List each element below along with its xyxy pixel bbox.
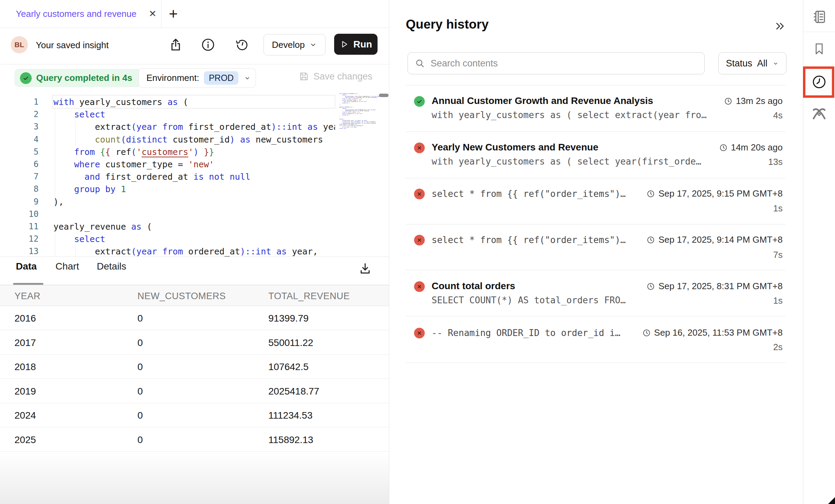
main-panel-divider <box>389 0 389 504</box>
table-row: 20170550011.22 <box>0 330 389 355</box>
table-cell: 0 <box>137 410 143 421</box>
sidebar-catalog-button[interactable] <box>808 6 830 28</box>
table-cell: 2019 <box>14 386 36 397</box>
sidebar-lineage-button[interactable] <box>808 103 830 125</box>
search-input[interactable] <box>431 58 672 69</box>
status-filter-label: Status <box>726 58 752 69</box>
table-cell: 2017 <box>14 337 36 348</box>
insight-title: Your saved insight <box>36 40 109 51</box>
history-entry-title: select * from {{ ref("order_items")… <box>432 189 626 199</box>
code-line: select <box>53 233 335 245</box>
chevron-down-icon <box>772 60 779 67</box>
table-cell: 0 <box>137 386 143 397</box>
download-results-button[interactable] <box>357 260 373 277</box>
line-number: 3 <box>10 120 39 133</box>
line-number: 6 <box>10 158 39 171</box>
app-window: Yearly customers and revenue ✕ + BL Your… <box>0 0 835 504</box>
collapse-panel-button[interactable] <box>772 18 788 34</box>
code-line: select <box>53 108 335 121</box>
info-icon <box>200 37 216 52</box>
history-entry-duration: 1s <box>773 295 783 306</box>
tab-title: Yearly customers and revenue <box>16 9 136 19</box>
environment-value-badge: PROD <box>204 71 238 85</box>
query-history-title: Query history <box>406 17 489 32</box>
search-icon <box>415 58 425 69</box>
clock-icon <box>724 97 733 106</box>
download-icon <box>358 261 372 276</box>
history-entry[interactable] <box>406 178 785 224</box>
sidebar-bookmarks-button[interactable] <box>808 38 830 60</box>
table-cell: 2025 <box>14 434 36 445</box>
toolbar-divider <box>0 64 389 64</box>
status-filter-value: All <box>757 58 767 69</box>
status-filter-dropdown[interactable]: Status All <box>718 52 786 74</box>
history-entry-time: Sep 16, 2025, 11:53 PM GMT+8 <box>654 327 783 338</box>
table-cell: 2024 <box>14 410 36 421</box>
table-header: YEARNEW_CUSTOMERSTOTAL_REVENUE <box>0 285 389 306</box>
history-entry[interactable] <box>406 316 785 362</box>
tabbar-divider <box>0 28 389 28</box>
tab-close-icon[interactable]: ✕ <box>144 0 161 28</box>
run-label: Run <box>353 39 372 50</box>
run-button[interactable]: Run <box>334 34 378 55</box>
clock-icon <box>646 235 655 244</box>
table-cell: 111234.53 <box>268 410 312 421</box>
editor-scrollbar-thumb[interactable] <box>379 94 389 97</box>
info-button[interactable] <box>200 36 216 53</box>
tab-yearly-customers[interactable]: Yearly customers and revenue <box>0 0 162 28</box>
version-history-button[interactable] <box>234 36 250 53</box>
status-error-icon <box>414 328 425 338</box>
table-cell: 115892.13 <box>268 434 313 445</box>
environment-selector[interactable]: Environment: PROD <box>138 68 256 88</box>
share-button[interactable] <box>167 36 184 53</box>
clock-icon <box>719 143 728 152</box>
query-status-text: Query completed in 4s <box>36 73 132 83</box>
resize-corner <box>828 497 835 504</box>
chevron-down-icon <box>309 41 317 49</box>
develop-button[interactable]: Develop <box>264 34 326 55</box>
column-header: NEW_CUSTOMERS <box>137 291 226 302</box>
code-line: and first_ordered_at is not null <box>53 170 335 183</box>
history-entry[interactable] <box>406 270 785 316</box>
history-entry-title: Yearly New Customers and Revenue <box>432 142 598 153</box>
editor-minimap[interactable]: with yearly_customers as ( select extrac… <box>339 93 389 129</box>
tab-data[interactable]: Data <box>16 261 37 272</box>
line-number: 4 <box>10 133 39 146</box>
history-entry-duration: 4s <box>773 110 783 121</box>
history-entry-duration: 1s <box>773 203 783 214</box>
sidebar-query-history-button[interactable] <box>808 71 830 93</box>
table-row: 2016091399.79 <box>0 306 389 330</box>
table-cell: 0 <box>137 313 143 324</box>
tab-chart[interactable]: Chart <box>55 261 79 272</box>
line-number: 13 <box>10 245 39 256</box>
status-error-icon <box>414 143 425 153</box>
table-row: 201902025418.77 <box>0 379 389 403</box>
table-cell: 107642.5 <box>268 361 309 372</box>
history-entry-timestamp: Sep 17, 2025, 9:14 PM GMT+8 <box>646 234 783 245</box>
save-changes-label: Save changes <box>313 71 372 82</box>
table-cell: 2025418.77 <box>268 386 319 397</box>
code-line: ), <box>53 196 335 208</box>
status-error-icon <box>414 235 425 245</box>
code-line: with yearly_customers as ( <box>53 96 335 108</box>
clock-icon <box>646 282 655 291</box>
code-line: from {{ ref('customers') }} <box>53 146 335 158</box>
history-entry[interactable] <box>406 224 785 270</box>
results-top-divider <box>0 256 389 257</box>
history-entry-snippet: with yearly_customers as ( select year(f… <box>432 156 701 167</box>
code-line: count(distinct customer_id) as new_custo… <box>53 133 335 146</box>
table-row: 20250115892.13 <box>0 428 389 452</box>
history-entry[interactable] <box>406 132 785 178</box>
history-search <box>408 52 705 74</box>
avatar[interactable]: BL <box>11 36 28 53</box>
new-tab-button[interactable]: + <box>165 5 182 23</box>
code-line: extract(year from ordered_at)::int as ye… <box>53 245 335 256</box>
save-changes-button[interactable]: Save changes <box>298 71 372 82</box>
sql-editor[interactable]: 12345678910111213 with yearly_customers … <box>0 91 389 256</box>
tab-details[interactable]: Details <box>97 261 126 272</box>
history-entry-timestamp: 13m 2s ago <box>724 96 783 106</box>
history-icon <box>234 37 249 52</box>
history-entry[interactable] <box>406 85 785 131</box>
history-entry-duration: 7s <box>773 250 783 260</box>
line-number: 8 <box>10 183 39 196</box>
